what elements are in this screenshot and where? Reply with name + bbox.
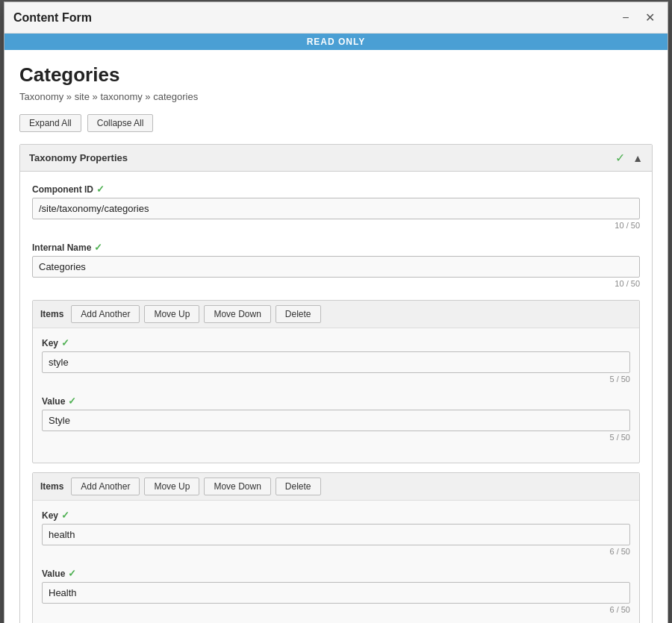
taxonomy-properties-section: Taxonomy Properties ✓ ▲ Component ID ✓ — [19, 144, 653, 623]
value-label-2: Value ✓ — [42, 568, 630, 579]
value-char-count-2: 6 / 50 — [42, 605, 630, 614]
add-another-button-2[interactable]: Add Another — [71, 478, 140, 495]
component-id-group: Component ID ✓ 10 / 50 — [32, 184, 640, 230]
section-header-icons: ✓ ▲ — [615, 151, 643, 165]
items-block-2-label: Items — [40, 481, 63, 492]
internal-name-group: Internal Name ✓ 10 / 50 — [32, 242, 640, 288]
value-input-2[interactable] — [42, 582, 630, 604]
section-header: Taxonomy Properties ✓ ▲ — [20, 145, 652, 172]
component-id-label: Component ID ✓ — [32, 184, 640, 195]
readonly-banner: READ ONLY — [4, 34, 668, 50]
add-another-button-1[interactable]: Add Another — [71, 305, 140, 323]
items-block-2: Items Add Another Move Up Move Down Dele… — [32, 472, 640, 623]
items-block-1: Items Add Another Move Up Move Down Dele… — [32, 300, 640, 463]
key-label-2: Key ✓ — [42, 510, 630, 521]
internal-name-input[interactable] — [32, 256, 640, 278]
section-title: Taxonomy Properties — [29, 152, 128, 163]
key-group-2: Key ✓ 6 / 50 — [42, 510, 630, 556]
items-block-2-body: Key ✓ 6 / 50 Value ✓ — [33, 501, 639, 623]
items-block-1-header: Items Add Another Move Up Move Down Dele… — [33, 301, 639, 328]
section-body: Component ID ✓ 10 / 50 Internal Name ✓ — [20, 172, 652, 623]
key-input-1[interactable] — [42, 351, 630, 373]
move-up-button-2[interactable]: Move Up — [144, 478, 199, 495]
items-block-1-label: Items — [40, 309, 63, 319]
breadcrumb: Taxonomy » site » taxonomy » categories — [19, 91, 653, 102]
delete-button-2[interactable]: Delete — [276, 478, 321, 495]
value-input-1[interactable] — [42, 410, 630, 431]
collapse-all-button[interactable]: Collapse All — [87, 114, 154, 132]
content-form-modal: Content Form − ✕ READ ONLY Categories Ta… — [4, 1, 668, 623]
items-block-2-header: Items Add Another Move Up Move Down Dele… — [33, 473, 639, 501]
component-id-check-icon: ✓ — [96, 184, 105, 195]
action-buttons: Expand All Collapse All — [19, 114, 653, 132]
modal-body: Categories Taxonomy » site » taxonomy » … — [4, 50, 668, 623]
component-id-char-count: 10 / 50 — [32, 221, 640, 230]
page-title: Categories — [19, 63, 653, 87]
section-check-icon: ✓ — [615, 151, 625, 165]
key-char-count-1: 5 / 50 — [42, 375, 630, 383]
key-check-icon-1: ✓ — [61, 337, 69, 348]
internal-name-char-count: 10 / 50 — [32, 279, 640, 288]
chevron-up-icon[interactable]: ▲ — [632, 152, 643, 164]
move-down-button-2[interactable]: Move Down — [204, 478, 270, 495]
value-label-1: Value ✓ — [42, 395, 630, 407]
value-check-icon-1: ✓ — [68, 395, 76, 407]
modal-titlebar: Content Form − ✕ — [4, 2, 668, 34]
value-check-icon-2: ✓ — [68, 568, 76, 579]
value-group-1: Value ✓ 5 / 50 — [42, 395, 630, 442]
component-id-input[interactable] — [32, 198, 640, 219]
titlebar-buttons: − ✕ — [617, 9, 659, 27]
minimize-button[interactable]: − — [617, 9, 635, 27]
key-group-1: Key ✓ 5 / 50 — [42, 337, 630, 383]
key-input-2[interactable] — [42, 524, 630, 545]
move-up-button-1[interactable]: Move Up — [144, 305, 199, 323]
delete-button-1[interactable]: Delete — [276, 305, 321, 323]
move-down-button-1[interactable]: Move Down — [204, 305, 270, 323]
close-button[interactable]: ✕ — [641, 9, 659, 27]
internal-name-label: Internal Name ✓ — [32, 242, 640, 253]
key-char-count-2: 6 / 50 — [42, 547, 630, 556]
modal-title: Content Form — [13, 11, 92, 25]
value-char-count-1: 5 / 50 — [42, 433, 630, 442]
value-group-2: Value ✓ 6 / 50 — [42, 568, 630, 614]
items-block-1-body: Key ✓ 5 / 50 Value ✓ — [33, 328, 639, 463]
expand-all-button[interactable]: Expand All — [19, 114, 81, 132]
internal-name-check-icon: ✓ — [94, 242, 102, 253]
key-check-icon-2: ✓ — [61, 510, 69, 521]
key-label-1: Key ✓ — [42, 337, 630, 348]
